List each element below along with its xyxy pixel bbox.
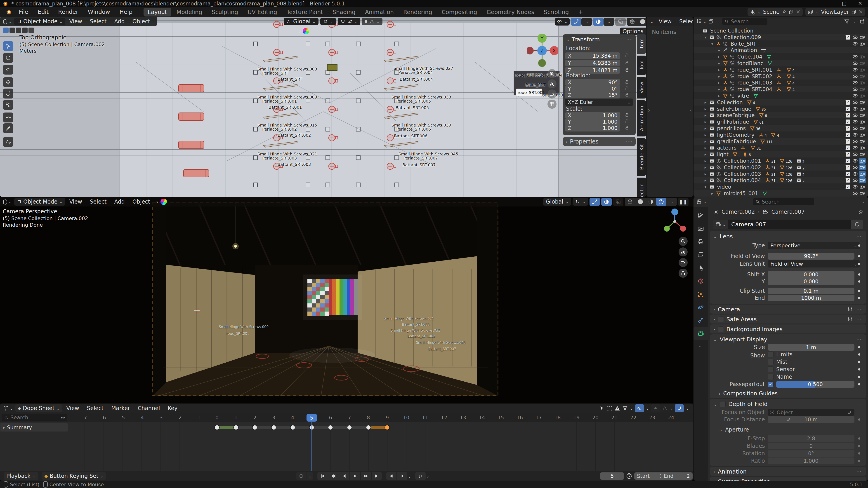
outliner-row-collection-001[interactable]: ▸Collection.001311262✓	[693, 158, 868, 164]
outliner-row-collection-004[interactable]: ▸Collection.004311262✓	[693, 177, 868, 184]
workspace-tab-modeling[interactable]: Modeling	[172, 8, 207, 17]
jump-prev-keyframe-button[interactable]	[328, 472, 339, 480]
outliner-row-grillfabrique[interactable]: ▸grillFabrique61✓	[693, 119, 868, 125]
maximize-button[interactable]: ▢	[836, 0, 852, 7]
keyframe-span[interactable]	[217, 426, 236, 429]
proportional-edit-toggle[interactable]: ⌄	[362, 18, 382, 25]
only-selected-icon[interactable]	[599, 405, 605, 411]
properties-tab-constraints[interactable]	[693, 314, 708, 327]
disable-in-renders-camera-icon[interactable]	[859, 119, 866, 125]
workspace-tab-geometry-nodes[interactable]: Geometry Nodes	[483, 8, 539, 17]
outliner-row-roue-srt-004[interactable]: ▸roue_SRT.0044	[693, 86, 868, 92]
copy-icon[interactable]	[851, 9, 856, 14]
dope-search-input[interactable]: Search ↔	[2, 414, 67, 421]
outliner-row-animation[interactable]: ▸Animation	[693, 47, 868, 53]
sidebar-tab-item[interactable]: Item	[637, 34, 646, 54]
transform-tool[interactable]	[3, 112, 13, 123]
vp2-menu-select[interactable]: Select	[86, 199, 110, 205]
keyframe[interactable]	[328, 425, 333, 430]
menu-window[interactable]: Window	[83, 7, 115, 17]
cursor-tool[interactable]	[3, 53, 13, 63]
disable-in-renders-camera-icon[interactable]	[859, 164, 866, 170]
eyedropper-icon[interactable]	[848, 410, 852, 415]
hide-in-viewport-eye-icon[interactable]	[852, 164, 859, 170]
focus-distance-field[interactable]: 10 m	[768, 416, 855, 423]
animate-dot[interactable]	[858, 376, 860, 378]
expand-left-icon[interactable]: ›	[648, 107, 650, 113]
properties-editor[interactable]: ⌄ Search ⌄ ⌄ Camera.002 › Camera.007 ⌄ C…	[693, 197, 868, 481]
transform-x-field[interactable]: X15.384 m	[565, 53, 620, 59]
vp1-menu-view[interactable]: View	[65, 18, 86, 25]
panel-grip[interactable]: ····	[857, 327, 863, 331]
blender-menu-icon[interactable]	[4, 9, 12, 15]
new-collection-icon[interactable]	[860, 19, 865, 24]
current-frame-flag[interactable]: 5	[307, 414, 317, 422]
outliner-row-boite-srt[interactable]: ▾Boite_SRT	[693, 41, 868, 47]
lock-view-button[interactable]	[679, 269, 688, 278]
shift-y-field[interactable]: 0.000	[768, 278, 855, 285]
keyframe-span[interactable]	[331, 426, 349, 429]
collapse-icon[interactable]: ⌄	[713, 337, 717, 342]
presets-sliders-icon[interactable]	[847, 316, 852, 322]
blades-field[interactable]: 0	[768, 443, 855, 449]
animate-dot[interactable]	[858, 361, 860, 363]
properties-subpanel-header[interactable]: › Properties ····	[563, 137, 636, 146]
tweak-select-tool[interactable]	[3, 41, 13, 51]
shading-dropdown[interactable]: ⌄	[666, 198, 677, 206]
collapse-icon[interactable]: ⌄	[566, 37, 569, 42]
disable-in-renders-camera-icon[interactable]	[859, 191, 866, 196]
keyframe[interactable]	[366, 425, 371, 430]
animate-dot[interactable]	[858, 273, 860, 275]
zoom-button[interactable]	[679, 237, 688, 246]
clip-start-field[interactable]: 0.1 m	[768, 288, 855, 294]
disable-in-renders-camera-icon[interactable]	[859, 34, 866, 40]
outliner-row-sallefabrique[interactable]: ▸salleFabrique85✓	[693, 106, 868, 112]
viewport-top-orthographic[interactable]: Small Hinge With Screws.003Periacte_SRTB…	[0, 17, 646, 197]
overlays-toggle[interactable]	[593, 18, 603, 26]
disable-in-renders-camera-icon[interactable]	[859, 132, 866, 138]
shading-solid-button[interactable]	[638, 18, 646, 26]
animate-dot[interactable]	[858, 297, 860, 299]
menu-edit[interactable]: Edit	[33, 7, 53, 17]
sidebar-tab-view[interactable]: View	[637, 77, 646, 98]
timeline-ruler[interactable]: -7-6-5-4-3-2-101234678910111213141516171…	[0, 413, 693, 422]
background-images-panel[interactable]: ›Background Images ····	[710, 324, 866, 333]
animate-dot[interactable]	[858, 263, 860, 265]
editor-type-icon[interactable]	[2, 199, 8, 205]
passepartout-checkbox[interactable]: ✓	[768, 381, 774, 387]
channel-region[interactable]: ▸ Summary	[0, 422, 693, 471]
spreadsheet-menu-select[interactable]: Select	[675, 18, 693, 25]
outliner-row-cube-104[interactable]: ▸Cube.104	[693, 54, 868, 60]
lens-unit-dropdown[interactable]: Field of View⌄	[768, 260, 860, 267]
visibility-checkbox[interactable]: ✓	[844, 152, 851, 157]
scene-selector[interactable]: ⌄ Scene ✕	[747, 8, 803, 16]
background-images-checkbox[interactable]	[718, 326, 724, 332]
outliner-row-acteurs[interactable]: ▸acteurs31✓	[693, 144, 868, 151]
lock-icon[interactable]	[624, 79, 629, 85]
gizmos-dropdown[interactable]: ⌄	[581, 18, 592, 26]
visibility-checkbox[interactable]: ✓	[844, 35, 851, 40]
visibility-checkbox[interactable]: ✓	[844, 139, 851, 144]
properties-tab-scene[interactable]	[693, 262, 708, 274]
tool-option-icon[interactable]	[16, 28, 21, 33]
active-tool-icon[interactable]	[3, 28, 8, 33]
disable-in-renders-camera-icon[interactable]	[859, 86, 866, 92]
panel-grip[interactable]: ····	[857, 469, 863, 474]
shading-rendered-button[interactable]	[656, 198, 666, 206]
overlays-toggle[interactable]	[601, 198, 612, 206]
keyframe[interactable]	[233, 425, 239, 430]
animate-dot[interactable]	[858, 281, 860, 283]
xray-toggle[interactable]	[615, 18, 626, 26]
addon-color-ball-icon[interactable]	[160, 199, 167, 205]
view-layer-selector[interactable]: ⌄ ViewLayer ✕	[805, 8, 865, 16]
hide-in-viewport-eye-icon[interactable]	[852, 73, 859, 79]
transform-z-field[interactable]: Z15°	[565, 92, 620, 98]
overlays-dropdown[interactable]: ⌄	[603, 18, 614, 26]
navigation-axis-gizmo[interactable]: Y X Z	[527, 33, 558, 68]
annotate-tool[interactable]	[3, 123, 13, 133]
properties-search-input[interactable]: Search	[753, 198, 814, 205]
sidebar-tab-blenderkit[interactable]: BlenderKit	[637, 138, 646, 176]
addon-color-ball-icon[interactable]	[303, 28, 309, 34]
jump-to-end-button[interactable]	[372, 472, 382, 480]
visibility-checkbox[interactable]: ✓	[844, 126, 851, 131]
